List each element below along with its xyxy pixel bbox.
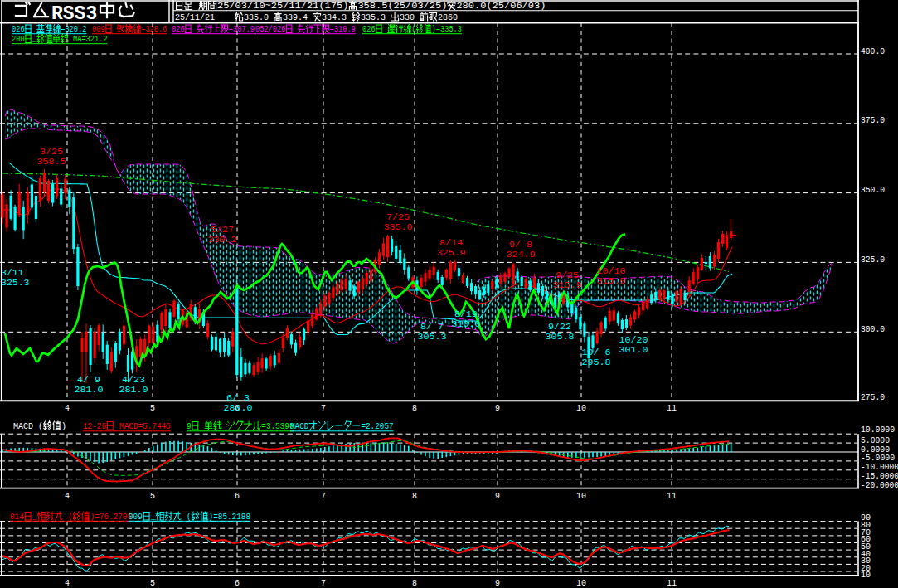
- svg-text:(: (: [411, 24, 415, 34]
- svg-text:358.5(25/03/25): 358.5(25/03/25): [357, 1, 447, 11]
- svg-text:350.0: 350.0: [861, 185, 885, 195]
- svg-text:301.0: 301.0: [619, 344, 648, 355]
- svg-text:(: (: [187, 512, 192, 522]
- svg-text:6: 6: [235, 578, 240, 588]
- svg-text:9: 9: [495, 578, 500, 588]
- svg-text:10: 10: [861, 570, 871, 580]
- svg-text:)=335.3: )=335.3: [432, 24, 462, 34]
- svg-text:335.0: 335.0: [244, 12, 269, 22]
- svg-text:11: 11: [667, 578, 677, 588]
- svg-text:=307.9: =307.9: [229, 24, 255, 34]
- svg-text:5: 5: [150, 403, 155, 413]
- svg-text:(: (: [38, 421, 43, 431]
- svg-text:12-26: 12-26: [83, 421, 106, 431]
- svg-text:305.3: 305.3: [418, 331, 447, 342]
- svg-text:009: 009: [129, 512, 143, 522]
- svg-text:)=85.2188: )=85.2188: [209, 512, 250, 522]
- svg-text:_: _: [32, 34, 36, 44]
- svg-text:)=76.2708: )=76.2708: [90, 512, 132, 522]
- svg-text:310.0: 310.0: [452, 318, 481, 329]
- svg-text:9: 9: [495, 403, 500, 413]
- svg-text:25/03/10~25/11/21(175): 25/03/10~25/11/21(175): [217, 1, 348, 11]
- svg-text:7: 7: [321, 491, 326, 501]
- svg-text:8: 8: [412, 403, 417, 413]
- svg-text:026: 026: [172, 24, 185, 34]
- svg-text:10: 10: [576, 403, 586, 413]
- svg-text:339.4: 339.4: [283, 12, 308, 22]
- svg-text:280.0: 280.0: [224, 402, 253, 413]
- svg-text:=328.6: =328.6: [141, 24, 167, 34]
- svg-text:MA=321.2: MA=321.2: [73, 34, 108, 44]
- svg-text:10: 10: [576, 491, 586, 501]
- svg-text:052/026: 052/026: [255, 24, 285, 34]
- svg-text:281.0: 281.0: [75, 384, 104, 395]
- svg-text:4: 4: [65, 403, 70, 413]
- svg-text:014: 014: [10, 512, 24, 522]
- svg-text:330: 330: [400, 12, 415, 22]
- svg-text:5: 5: [150, 578, 155, 588]
- svg-text:=310.9: =310.9: [330, 24, 356, 34]
- svg-text:375.0: 375.0: [861, 115, 885, 125]
- svg-text:4: 4: [65, 578, 70, 588]
- svg-text:10.0000: 10.0000: [861, 425, 895, 435]
- svg-text:325.3: 325.3: [1, 277, 30, 288]
- svg-text:315.9: 315.9: [553, 279, 582, 290]
- svg-text:-20.0000: -20.0000: [861, 480, 898, 490]
- svg-text:=3.5390: =3.5390: [261, 421, 294, 431]
- svg-text:281.0: 281.0: [119, 384, 148, 395]
- svg-text:330.2: 330.2: [208, 234, 237, 245]
- svg-text:MACD: MACD: [13, 421, 33, 431]
- svg-text:_: _: [150, 512, 156, 522]
- svg-text:335.3: 335.3: [361, 12, 386, 22]
- svg-text:=320.2: =320.2: [61, 24, 86, 34]
- svg-text:026: 026: [362, 24, 376, 34]
- svg-text:_: _: [192, 24, 197, 34]
- svg-text:200: 200: [12, 34, 25, 44]
- svg-text:009: 009: [92, 24, 105, 34]
- svg-text:7: 7: [321, 578, 326, 588]
- svg-text:324.9: 324.9: [507, 249, 536, 260]
- svg-text:MACD: MACD: [290, 421, 309, 431]
- svg-text:275.0: 275.0: [861, 392, 885, 402]
- svg-text:305.8: 305.8: [546, 331, 575, 342]
- svg-text:MACD=5.7446: MACD=5.7446: [119, 421, 171, 431]
- svg-text:4: 4: [65, 491, 70, 501]
- svg-text:=2.2057: =2.2057: [361, 421, 393, 431]
- svg-text:2860: 2860: [438, 12, 458, 22]
- svg-text:11: 11: [667, 491, 677, 501]
- svg-text:): ): [61, 421, 66, 431]
- svg-text:315.0: 315.0: [597, 275, 626, 286]
- svg-text:5: 5: [150, 491, 155, 501]
- svg-text:300.0: 300.0: [861, 324, 885, 334]
- svg-text:358.5: 358.5: [37, 156, 66, 167]
- svg-text:6: 6: [235, 491, 240, 501]
- svg-text:334.3: 334.3: [322, 12, 347, 22]
- svg-text:RSS3: RSS3: [51, 3, 97, 25]
- svg-text:026: 026: [12, 24, 25, 34]
- svg-text:335.0: 335.0: [384, 221, 413, 232]
- svg-text:11: 11: [667, 403, 677, 413]
- svg-text:295.8: 295.8: [582, 357, 611, 367]
- svg-text:(: (: [68, 512, 73, 522]
- svg-text:325.9: 325.9: [437, 247, 466, 258]
- svg-text:9: 9: [187, 421, 192, 431]
- svg-text:9: 9: [495, 491, 500, 501]
- svg-text:8: 8: [412, 578, 417, 588]
- svg-text:8: 8: [412, 491, 417, 501]
- svg-text:325.0: 325.0: [861, 255, 885, 265]
- svg-text:10: 10: [576, 578, 586, 588]
- svg-text:400.0: 400.0: [861, 46, 885, 56]
- svg-text:280.0(25/06/03): 280.0(25/06/03): [456, 1, 546, 11]
- svg-text:7: 7: [321, 403, 326, 413]
- svg-text:_: _: [32, 512, 37, 522]
- svg-text:25/11/21: 25/11/21: [175, 12, 215, 22]
